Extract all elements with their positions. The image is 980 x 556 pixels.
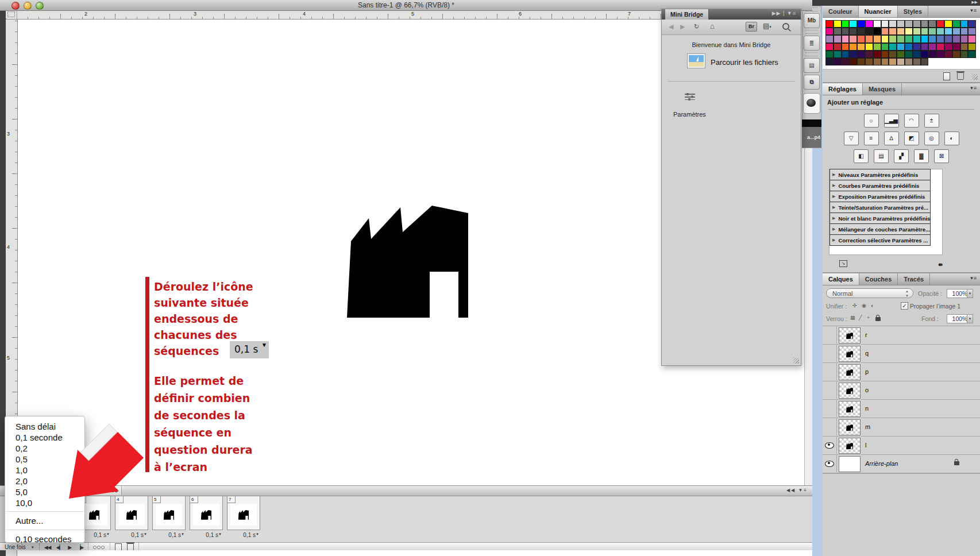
- layer-name[interactable]: o: [865, 387, 869, 393]
- panel-menu-icon[interactable]: ▾≡: [970, 85, 977, 91]
- swatch[interactable]: [825, 20, 834, 28]
- swatch[interactable]: [905, 20, 913, 28]
- settings-sliders-icon[interactable]: [685, 92, 695, 101]
- adjustment-icon[interactable]: ◎: [924, 132, 939, 145]
- panel-view-icon[interactable]: ▤▾: [763, 22, 771, 30]
- swatch[interactable]: [952, 20, 960, 28]
- browse-files-icon[interactable]: [688, 54, 705, 68]
- layer-name[interactable]: m: [865, 423, 870, 430]
- animation-frame[interactable]: 6 0,1 s▼: [190, 496, 223, 538]
- swatch[interactable]: [921, 35, 929, 43]
- swatch[interactable]: [889, 43, 897, 51]
- visibility-cell[interactable]: [823, 345, 837, 362]
- swatch[interactable]: [905, 43, 913, 51]
- preset-group-row[interactable]: ▶ Mélangeur de couches Paramètre...: [829, 223, 931, 235]
- layer-name[interactable]: p: [865, 368, 869, 375]
- layer-name[interactable]: r: [865, 331, 867, 338]
- switch-panel-icon[interactable]: ↘: [839, 260, 847, 267]
- swatch[interactable]: [968, 35, 976, 43]
- expand-triangle-icon[interactable]: ▶: [832, 205, 835, 210]
- swatch[interactable]: [928, 43, 936, 51]
- expand-triangle-icon[interactable]: ▶: [832, 227, 835, 231]
- visibility-cell[interactable]: [823, 418, 837, 435]
- collapse-right-icon[interactable]: ▶▶: [971, 0, 978, 5]
- swatch[interactable]: [913, 51, 921, 58]
- layer-thumbnail[interactable]: [839, 383, 861, 399]
- swatch[interactable]: [889, 58, 897, 65]
- layer-thumbnail[interactable]: [839, 419, 861, 435]
- drag-dots[interactable]: [805, 30, 818, 34]
- visibility-cell[interactable]: [823, 455, 837, 472]
- swatch[interactable]: [913, 43, 921, 51]
- adjustment-icon[interactable]: ▤: [874, 149, 889, 163]
- swatch[interactable]: [842, 58, 850, 65]
- swatch[interactable]: [952, 28, 960, 35]
- swatch[interactable]: [865, 43, 873, 51]
- swatch[interactable]: [905, 28, 913, 35]
- forward-icon[interactable]: ▶: [680, 23, 685, 30]
- preset-group-row[interactable]: ▶ Correction sélective Paramètres ...: [829, 234, 931, 246]
- opacity-input[interactable]: 100%▼: [947, 289, 973, 298]
- swatch[interactable]: [865, 28, 873, 35]
- adjustment-icon[interactable]: ◧: [854, 149, 869, 163]
- clip-to-layer-icon[interactable]: ●◗: [938, 261, 942, 268]
- swatch[interactable]: [881, 51, 889, 58]
- swatch[interactable]: [825, 58, 834, 65]
- adjustment-icon[interactable]: ⊠: [934, 149, 949, 163]
- refresh-icon[interactable]: ↻: [694, 23, 699, 30]
- tab-calques[interactable]: Calques: [823, 273, 859, 285]
- swatch[interactable]: [881, 43, 889, 51]
- resize-grip[interactable]: [793, 358, 799, 364]
- swatch[interactable]: [849, 43, 857, 51]
- panel-collapse-menu-icons[interactable]: ◀◀ ▼≡: [786, 488, 808, 493]
- swatch[interactable]: [881, 28, 889, 35]
- swatch[interactable]: [968, 51, 976, 58]
- swatch[interactable]: [873, 28, 881, 35]
- swatch[interactable]: [905, 51, 913, 58]
- next-frame-button[interactable]: ▕▶: [76, 545, 83, 550]
- tab-couches[interactable]: Couches: [859, 273, 898, 285]
- swatch[interactable]: [873, 43, 881, 51]
- frame-thumbnail[interactable]: 5: [152, 496, 186, 530]
- swatch[interactable]: [873, 35, 881, 43]
- frame-delay-dropdown[interactable]: 0,1 s▼: [152, 532, 186, 538]
- first-frame-button[interactable]: ◀◀: [44, 545, 51, 550]
- visibility-cell[interactable]: [823, 326, 837, 343]
- search-icon[interactable]: [782, 23, 789, 30]
- layer-row[interactable]: o: [823, 381, 980, 400]
- delay-option-other[interactable]: Autre...: [5, 515, 84, 527]
- layer-name[interactable]: n: [865, 405, 869, 412]
- swatch[interactable]: [968, 20, 976, 28]
- swatch[interactable]: [913, 20, 921, 28]
- swatch[interactable]: [921, 58, 929, 65]
- swatch[interactable]: [960, 43, 969, 51]
- preset-group-row[interactable]: ▶ Courbes Paramètres prédéfinis: [829, 180, 931, 191]
- swatch[interactable]: [842, 51, 850, 58]
- swatch[interactable]: [928, 35, 936, 43]
- swatch[interactable]: [849, 58, 857, 65]
- expand-triangle-icon[interactable]: ▶: [832, 238, 835, 242]
- swatch[interactable]: [944, 35, 952, 43]
- swatch[interactable]: [960, 51, 969, 58]
- swatch[interactable]: [889, 28, 897, 35]
- swatch[interactable]: [928, 51, 936, 58]
- swatch[interactable]: [921, 20, 929, 28]
- info-panel-icon[interactable]: ▤: [804, 58, 820, 73]
- swatch[interactable]: [857, 28, 865, 35]
- swatch[interactable]: [936, 51, 944, 58]
- preset-group-row[interactable]: ▶ Teinte/Saturation Paramètres pré...: [829, 202, 931, 213]
- swatch[interactable]: [921, 51, 929, 58]
- animation-frame[interactable]: 7 0,1 s▼: [227, 496, 260, 538]
- adjustment-icon[interactable]: ±: [924, 114, 939, 128]
- adjustment-icon[interactable]: ◠: [904, 114, 919, 128]
- delete-swatch-icon[interactable]: [957, 72, 964, 80]
- layer-thumbnail[interactable]: [839, 438, 861, 454]
- swatch[interactable]: [857, 58, 865, 65]
- layer-name[interactable]: q: [865, 350, 869, 357]
- swatch[interactable]: [842, 43, 850, 51]
- clone-source-icon[interactable]: ≣: [804, 36, 820, 51]
- panel-collapse-menu-icons[interactable]: ▶▶ | ▼≡: [772, 10, 796, 16]
- swatch[interactable]: [849, 35, 857, 43]
- lock-position-icon[interactable]: +: [867, 315, 870, 321]
- swatch[interactable]: [960, 28, 969, 35]
